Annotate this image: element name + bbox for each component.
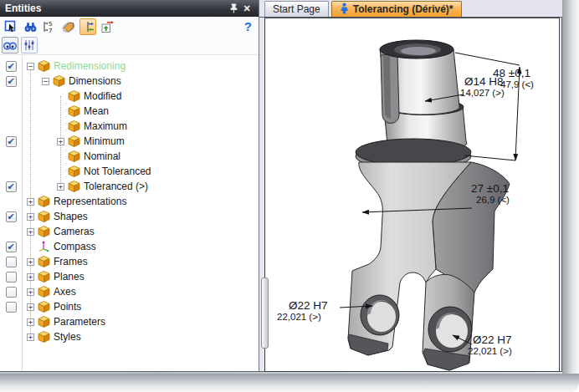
visibility-checkbox[interactable]: [6, 272, 17, 283]
expand-icon[interactable]: +: [27, 288, 34, 296]
dimension-value: Ø22 H7: [289, 300, 328, 312]
entity-cube-icon: [38, 301, 50, 313]
tree-item-label[interactable]: Toleranced (>): [84, 181, 148, 192]
collapse-icon[interactable]: −: [42, 78, 49, 85]
filter-sliders-icon[interactable]: [21, 37, 38, 53]
tree-item-label[interactable]: Dimensions: [69, 75, 121, 87]
collapse-icon[interactable]: −: [27, 63, 34, 70]
window-edge-bottom: [0, 374, 579, 392]
dimension-14[interactable]: Ø14 H8 14,027 (>): [460, 76, 505, 98]
entity-cube-icon: [68, 150, 80, 162]
help-icon[interactable]: ?: [244, 19, 252, 33]
entity-cube-icon: [38, 196, 50, 207]
entity-cube-icon: [38, 331, 50, 343]
tree-item-nominal[interactable]: Nominal: [0, 149, 259, 164]
tree-item-label[interactable]: Compass: [54, 241, 96, 252]
tree-item-redimensioning[interactable]: ✔−Redimensioning: [0, 59, 259, 74]
tree-item-label[interactable]: Styles: [54, 331, 81, 343]
expand-icon[interactable]: +: [27, 213, 34, 221]
visibility-checkbox[interactable]: ✔: [6, 242, 17, 252]
tag-icon[interactable]: [60, 18, 77, 35]
visibility-checkbox[interactable]: [6, 302, 17, 313]
tree-item-frames[interactable]: +Frames: [0, 254, 259, 269]
tree-item-compass[interactable]: ✔Compass: [0, 239, 259, 254]
expand-icon[interactable]: +: [27, 333, 34, 341]
tree-item-label[interactable]: Maximum: [84, 120, 127, 132]
entity-cube-icon: [53, 75, 65, 87]
tree-item-planes[interactable]: +Planes: [0, 269, 259, 284]
expand-icon[interactable]: +: [57, 183, 64, 191]
app-content: Entities ✕ 57: [0, 0, 562, 372]
eyes-visibility-icon[interactable]: [2, 37, 18, 53]
tree-item-parameters[interactable]: +Parameters: [0, 314, 259, 329]
tree-item-label[interactable]: Cameras: [54, 226, 95, 237]
expand-icon[interactable]: +: [27, 198, 34, 206]
tree-item-label[interactable]: Modified: [84, 90, 121, 102]
dimension-arrows-icon[interactable]: [79, 18, 96, 35]
expand-icon[interactable]: +: [27, 303, 34, 311]
select-region-icon[interactable]: [3, 18, 19, 35]
tree-item-styles[interactable]: +Styles: [0, 329, 259, 344]
entity-cube-icon: [68, 120, 80, 132]
visibility-checkbox[interactable]: ✔: [6, 61, 17, 72]
dimension-measured: 47,9 (<): [500, 79, 534, 89]
tree-item-dimensions[interactable]: ✔−Dimensions: [0, 74, 259, 89]
expand-icon[interactable]: +: [27, 258, 34, 266]
tree-item-shapes[interactable]: ✔+Shapes: [0, 209, 259, 224]
tree-item-representations[interactable]: +Representations: [0, 194, 259, 209]
entity-cube-icon: [38, 256, 50, 267]
tree-item-axes[interactable]: +Axes: [0, 284, 259, 299]
tab-tolerancing[interactable]: Tolerancing (Dérivé)*: [331, 1, 462, 17]
app-window: Entities ✕ 57: [0, 0, 579, 392]
expand-icon[interactable]: +: [27, 228, 34, 236]
tree-item-label[interactable]: Planes: [54, 271, 85, 283]
tab-start-page[interactable]: Start Page: [264, 1, 329, 17]
tree-item-maximum[interactable]: Maximum: [0, 119, 259, 134]
tree-item-mean[interactable]: Mean: [0, 104, 259, 119]
dimension-22-left[interactable]: Ø22 H7 22,021 (>): [277, 300, 328, 322]
tree-item-label[interactable]: Minimum: [84, 135, 125, 147]
entity-cube-icon: [38, 211, 50, 222]
panel-splitter-handle[interactable]: [261, 277, 269, 349]
expand-icon[interactable]: +: [27, 273, 34, 281]
3d-viewport[interactable]: 48 ±0,1 47,9 (<) Ø14 H8 14,027 (>) 27 ±0…: [264, 18, 560, 372]
pin-icon[interactable]: [227, 2, 240, 15]
expand-icon[interactable]: +: [57, 138, 64, 145]
visibility-checkbox[interactable]: ✔: [6, 136, 17, 147]
tree-item-points[interactable]: +Points: [0, 299, 259, 314]
svg-text:5: 5: [49, 21, 52, 28]
tree-item-minimum[interactable]: ✔+Minimum: [0, 134, 259, 149]
visibility-checkbox[interactable]: [6, 257, 17, 267]
expand-icon[interactable]: +: [27, 318, 34, 326]
entity-cube-icon: [38, 226, 50, 237]
visibility-checkbox[interactable]: ✔: [6, 76, 17, 87]
dimension-27[interactable]: 27 ±0,1 26,9 (<): [471, 183, 510, 205]
binoculars-icon[interactable]: [22, 18, 38, 35]
dimension-value: 27 ±0,1: [471, 183, 510, 195]
tree-item-label[interactable]: Mean: [84, 105, 109, 117]
compass-icon: [38, 241, 50, 252]
dimension-values-icon[interactable]: 57: [41, 18, 58, 35]
visibility-checkbox[interactable]: ✔: [6, 181, 17, 192]
tree-item-label[interactable]: Parameters: [54, 316, 105, 328]
tree-item-modified[interactable]: Modified: [0, 89, 259, 104]
tree-item-label[interactable]: Points: [54, 301, 81, 313]
tree-item-label[interactable]: Shapes: [54, 211, 88, 222]
tree-item-label[interactable]: Redimensioning: [54, 60, 126, 72]
entity-cube-icon: [38, 271, 50, 283]
dimension-22-right[interactable]: Ø22 H7 22,021 (>): [468, 334, 512, 356]
visibility-checkbox[interactable]: [6, 287, 17, 298]
entity-cube-icon: [68, 135, 80, 147]
tree-item-label[interactable]: Axes: [54, 286, 76, 298]
entity-cube-icon: [68, 181, 80, 192]
tree-item-label[interactable]: Not Toleranced: [84, 165, 151, 177]
close-icon[interactable]: ✕: [240, 2, 254, 15]
tree-item-label[interactable]: Nominal: [84, 150, 120, 162]
visibility-checkbox[interactable]: ✔: [6, 211, 17, 222]
tree-item-label[interactable]: Representations: [54, 196, 126, 207]
tree-item-not-toleranced[interactable]: Not Toleranced: [0, 164, 259, 179]
tree-item-cameras[interactable]: +Cameras: [0, 224, 259, 239]
tree-item-toleranced[interactable]: ✔+Toleranced (>): [0, 179, 259, 194]
export-geometry-icon[interactable]: [99, 18, 115, 35]
tree-item-label[interactable]: Frames: [54, 256, 88, 267]
